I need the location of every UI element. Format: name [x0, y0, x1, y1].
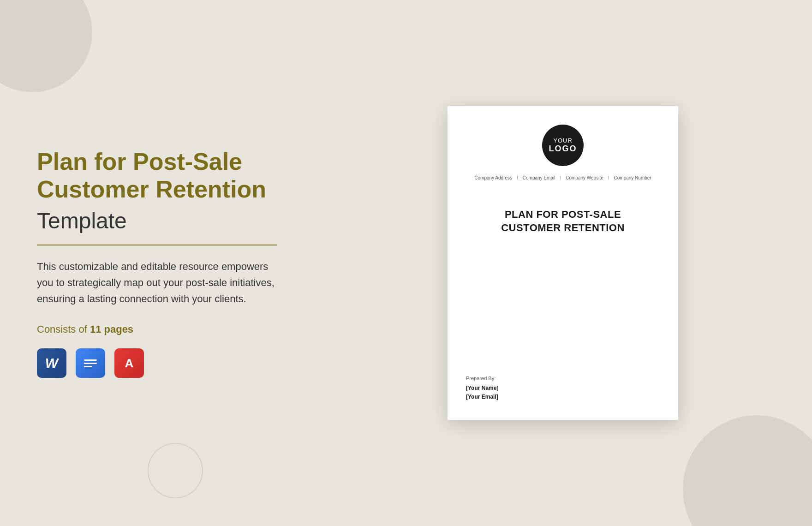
right-panel: YOUR LOGO Company Address I Company Emai… — [351, 106, 775, 420]
contact-email: Company Email — [518, 175, 560, 180]
document-preview: YOUR LOGO Company Address I Company Emai… — [448, 106, 678, 420]
divider — [37, 245, 277, 245]
contact-website: Company Website — [561, 175, 608, 180]
doc-title-line2: CUSTOMER RETENTION — [501, 222, 625, 233]
docs-line-1 — [84, 359, 97, 361]
contact-bar: Company Address I Company Email I Compan… — [470, 175, 656, 180]
docs-icon[interactable] — [76, 348, 105, 378]
description: This customizable and editable resource … — [37, 258, 277, 307]
document-logo: YOUR LOGO — [542, 125, 584, 166]
document-main-title: PLAN FOR POST-SALE CUSTOMER RETENTION — [501, 208, 625, 234]
main-title-line2: Customer Retention — [37, 176, 266, 203]
left-panel: Plan for Post-Sale Customer Retention Te… — [37, 148, 314, 378]
word-letter: W — [45, 355, 58, 371]
main-title: Plan for Post-Sale Customer Retention — [37, 148, 314, 203]
contact-address: Company Address — [470, 175, 517, 180]
doc-title-line1: PLAN FOR POST-SALE — [505, 209, 621, 220]
page-count: 11 pages — [90, 323, 133, 335]
prepared-label: Prepared By: — [466, 376, 660, 381]
format-icons-container: W A — [37, 348, 314, 378]
main-title-line1: Plan for Post-Sale — [37, 148, 242, 175]
logo-your: YOUR — [553, 137, 573, 144]
word-icon[interactable]: W — [37, 348, 66, 378]
docs-lines — [84, 359, 97, 367]
content-wrapper: Plan for Post-Sale Customer Retention Te… — [0, 0, 812, 526]
consists-of-prefix: Consists of — [37, 323, 90, 335]
docs-line-2 — [84, 363, 97, 364]
docs-line-3 — [84, 366, 92, 367]
pdf-letter: A — [125, 356, 134, 371]
prepared-email-value: [Your Email] — [466, 394, 498, 400]
logo-logo: LOGO — [549, 144, 577, 154]
prepared-name: [Your Name] [Your Email] — [466, 384, 660, 401]
pdf-icon[interactable]: A — [114, 348, 144, 378]
subtitle: Template — [37, 208, 314, 233]
consists-of: Consists of 11 pages — [37, 323, 314, 335]
prepared-section: Prepared By: [Your Name] [Your Email] — [466, 357, 660, 401]
contact-number: Company Number — [609, 175, 656, 180]
prepared-name-value: [Your Name] — [466, 385, 498, 391]
